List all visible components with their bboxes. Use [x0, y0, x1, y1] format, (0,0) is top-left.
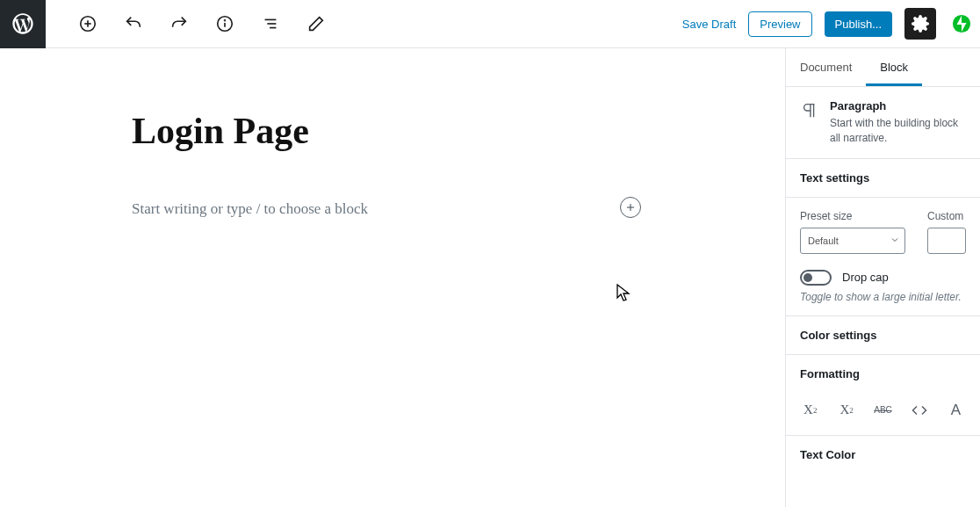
color-settings-header[interactable]: Color settings [786, 316, 980, 355]
paragraph-block[interactable]: Start writing or type / to choose a bloc… [132, 200, 641, 218]
svg-point-5 [225, 20, 226, 21]
save-draft-button[interactable]: Save Draft [682, 18, 736, 31]
jetpack-button[interactable] [948, 8, 975, 40]
add-block-button[interactable] [72, 8, 104, 40]
undo-button[interactable] [118, 8, 149, 40]
text-color-header[interactable]: Text Color [786, 436, 980, 474]
wordpress-icon [11, 11, 35, 36]
mouse-cursor [616, 284, 632, 307]
block-name: Paragraph [830, 99, 966, 112]
list-icon [261, 14, 280, 33]
editor-inner: Login Page Start writing or type / to ch… [0, 48, 785, 218]
formatting-buttons: X2 X2 ABC A [786, 393, 980, 436]
undo-icon [124, 14, 143, 33]
inline-add-block-button[interactable] [620, 197, 641, 218]
wp-logo[interactable] [0, 0, 46, 48]
post-title[interactable]: Login Page [132, 110, 785, 152]
preset-size-label: Preset size [800, 210, 919, 222]
pencil-icon [306, 14, 326, 33]
jetpack-icon [952, 14, 971, 33]
code-icon [912, 402, 927, 418]
editor-canvas[interactable]: Login Page Start writing or type / to ch… [0, 48, 785, 507]
dropcap-toggle[interactable] [800, 270, 832, 286]
preset-size-select[interactable]: Default [800, 228, 905, 254]
block-info-section: Paragraph Start with the building block … [786, 87, 980, 159]
superscript-button[interactable]: X2 [800, 398, 820, 423]
settings-sidebar: Document Block Paragraph Start with the … [785, 48, 980, 507]
redo-icon [169, 14, 189, 33]
edit-mode-button[interactable] [300, 8, 332, 40]
dropcap-label: Drop cap [842, 271, 889, 284]
dropcap-hint: Toggle to show a large initial letter. [800, 291, 966, 303]
custom-size-label: Custom [927, 210, 966, 222]
info-button[interactable] [209, 8, 241, 40]
block-desc: Start with the building block all narrat… [830, 116, 966, 146]
plus-icon [624, 201, 637, 214]
text-settings-header[interactable]: Text settings [786, 159, 980, 198]
tab-document[interactable]: Document [786, 48, 866, 86]
topbar-right: Save Draft Preview Publish... [682, 8, 980, 40]
paragraph-placeholder: Start writing or type / to choose a bloc… [132, 200, 368, 217]
code-button[interactable] [909, 398, 929, 423]
tab-block[interactable]: Block [866, 48, 922, 86]
topbar-left [0, 0, 334, 47]
publish-button[interactable]: Publish... [825, 11, 892, 37]
strikethrough-button[interactable]: ABC [873, 398, 893, 423]
preview-button[interactable]: Preview [748, 11, 811, 37]
editor-body: Login Page Start writing or type / to ch… [0, 48, 980, 507]
info-icon [215, 14, 234, 33]
navigation-button[interactable] [255, 8, 286, 40]
text-color-button[interactable]: A [946, 398, 966, 423]
formatting-header: Formatting [786, 355, 980, 393]
toolbar-group [70, 8, 334, 40]
settings-button[interactable] [904, 8, 936, 40]
plus-circle-icon [78, 14, 97, 33]
redo-button[interactable] [163, 8, 195, 40]
subscript-button[interactable]: X2 [836, 398, 856, 423]
gear-icon [911, 14, 930, 33]
custom-size-input[interactable] [927, 228, 966, 254]
editor-topbar: Save Draft Preview Publish... [0, 0, 980, 48]
sidebar-tabs: Document Block [786, 48, 980, 87]
text-settings-body: Preset size Default Custom [786, 198, 980, 316]
paragraph-icon [800, 99, 819, 146]
